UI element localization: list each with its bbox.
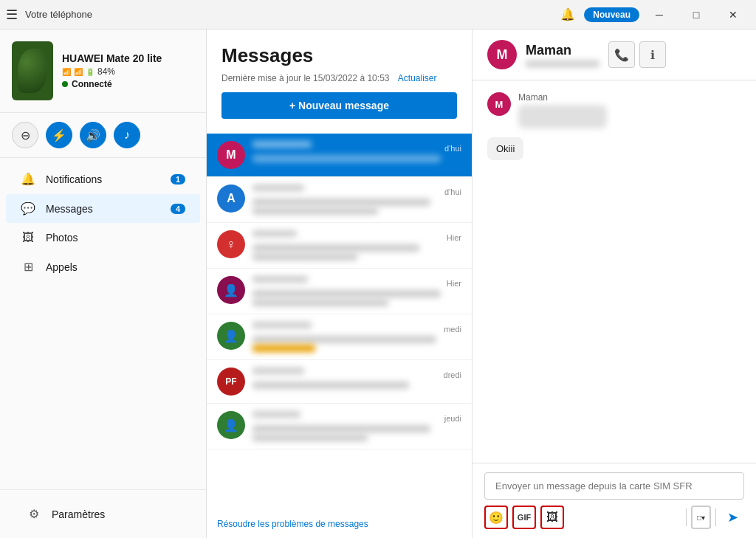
music-button[interactable]: ♪: [114, 122, 140, 148]
conv-name-blurred: [252, 368, 304, 374]
conv-time: Hier: [447, 233, 461, 242]
conv-name-blurred: [252, 141, 312, 148]
titlebar-right: 🔔 Nouveau ─ □ ✕: [560, 3, 750, 27]
conversation-item[interactable]: 👤 medi: [207, 314, 472, 360]
battery-level: 84%: [97, 66, 115, 77]
conv-name-blurred: [252, 276, 308, 283]
send-button[interactable]: ➤: [721, 506, 744, 529]
avatar: PF: [217, 368, 245, 396]
messages-header: Messages Dernière mise à jour le 15/03/2…: [207, 30, 472, 134]
volume-button[interactable]: 🔊: [80, 122, 106, 148]
app-title: Votre téléphone: [25, 9, 92, 20]
device-status-row: 📶 📶 🔋 84%: [62, 66, 162, 77]
conv-preview-blurred2: [252, 434, 368, 441]
minimize-button[interactable]: ─: [642, 3, 676, 27]
conversation-item[interactable]: ♀ Hier: [207, 223, 472, 269]
emoji-button[interactable]: 🙂: [484, 506, 508, 529]
image-button[interactable]: 🖼: [540, 506, 564, 529]
device-info: HUAWEI Mate 20 lite 📶 📶 🔋 84% Connecté: [62, 52, 162, 89]
bell-icon[interactable]: 🔔: [560, 7, 575, 21]
conversation-item[interactable]: 👤 jeudi: [207, 404, 472, 449]
messages-panel: Messages Dernière mise à jour le 15/03/2…: [207, 30, 472, 538]
toolbar-divider: [686, 508, 687, 526]
bluetooth-button[interactable]: ⚡: [46, 122, 72, 148]
conv-preview-blurred: [252, 244, 419, 252]
avatar: 👤: [217, 322, 245, 350]
conv-name-blurred: [252, 322, 312, 328]
chat-contact-name: Maman: [526, 43, 599, 58]
toolbar-divider2: [715, 508, 716, 526]
do-not-disturb-button[interactable]: ⊖: [12, 122, 38, 148]
sim-select-button[interactable]: □▾: [691, 506, 711, 529]
resolve-link[interactable]: Résoudre les problèmes de messages: [207, 510, 472, 538]
conv-header: dredi: [252, 368, 461, 379]
conversation-item[interactable]: A d'hui: [207, 177, 472, 223]
conv-preview-blurred: [252, 199, 430, 206]
app-body: HUAWEI Mate 20 lite 📶 📶 🔋 84% Connecté ⊖…: [0, 30, 756, 538]
messages-icon: 💬: [21, 201, 35, 215]
conv-name-blurred: [252, 411, 300, 418]
conv-content: dredi: [252, 368, 461, 389]
appels-label: Appels: [46, 261, 78, 273]
conversation-item[interactable]: 👤 Hier: [207, 269, 472, 314]
conv-preview-blurred2: [252, 253, 357, 261]
conv-preview-blurred: [252, 425, 430, 432]
menu-icon[interactable]: ☰: [6, 7, 18, 23]
conv-preview-blurred: [252, 382, 409, 389]
sidebar: HUAWEI Mate 20 lite 📶 📶 🔋 84% Connecté ⊖…: [0, 30, 207, 538]
messages-subtitle: Dernière mise à jour le 15/03/2022 à 10:…: [221, 73, 457, 83]
chat-messages: M Maman Okiii: [472, 80, 756, 463]
notifications-badge: 1: [171, 174, 185, 184]
sidebar-item-notifications[interactable]: 🔔 Notifications 1: [6, 165, 200, 193]
chat-panel: M Maman 📞 ℹ M Maman Okiii: [472, 30, 756, 538]
msg-content: Maman: [518, 92, 607, 128]
nouveau-button[interactable]: Nouveau: [584, 7, 639, 22]
conversation-item[interactable]: M d'hui: [207, 134, 472, 177]
conv-content: medi: [252, 322, 461, 352]
conv-content: d'hui: [252, 184, 461, 215]
conversation-item[interactable]: PF dredi: [207, 360, 472, 404]
messages-badge: 4: [171, 204, 185, 214]
conv-time: medi: [444, 325, 461, 334]
gif-button[interactable]: GIF: [512, 506, 536, 529]
msg-bubble: Okiii: [487, 137, 523, 160]
connected-row: Connecté: [62, 79, 162, 89]
device-name: HUAWEI Mate 20 lite: [62, 52, 162, 64]
refresh-link[interactable]: Actualiser: [398, 73, 437, 83]
battery-icon: 🔋: [86, 68, 94, 76]
conv-content: d'hui: [252, 141, 461, 162]
restore-button[interactable]: □: [679, 3, 713, 27]
device-panel: HUAWEI Mate 20 lite 📶 📶 🔋 84% Connecté: [0, 30, 206, 113]
sidebar-item-messages[interactable]: 💬 Messages 4: [6, 194, 200, 223]
sidebar-item-photos[interactable]: 🖼 Photos: [6, 224, 200, 252]
device-thumbnail: [12, 41, 53, 100]
conv-time: Hier: [447, 279, 461, 288]
avatar: ♀: [217, 230, 245, 258]
new-message-button[interactable]: + Nouveau message: [221, 92, 457, 119]
connected-label: Connecté: [72, 79, 112, 89]
notifications-label: Notifications: [46, 173, 102, 185]
sidebar-item-appels[interactable]: ⊞ Appels: [6, 252, 200, 281]
device-image: [18, 49, 47, 93]
conv-time: d'hui: [444, 144, 461, 153]
close-button[interactable]: ✕: [716, 3, 750, 27]
avatar: M: [217, 141, 245, 169]
sidebar-item-settings[interactable]: ⚙ Paramètres: [12, 500, 194, 528]
conv-preview-blurred: [252, 155, 441, 162]
messages-title: Messages: [221, 44, 457, 67]
conversation-list: M d'hui A d'hui: [207, 134, 472, 510]
avatar: 👤: [217, 276, 245, 304]
info-button[interactable]: ℹ: [639, 41, 666, 68]
chat-header: M Maman 📞 ℹ: [472, 30, 756, 80]
conv-time: dredi: [444, 370, 461, 379]
conv-header: Hier: [252, 230, 461, 242]
conv-content: jeudi: [252, 411, 461, 441]
call-button[interactable]: 📞: [608, 41, 635, 68]
message-group: M Maman: [487, 92, 741, 128]
photos-label: Photos: [46, 232, 78, 244]
titlebar-left: ☰ Votre téléphone: [6, 7, 92, 23]
conv-header: medi: [252, 322, 461, 334]
avatar: A: [217, 184, 245, 213]
message-input[interactable]: [484, 472, 744, 500]
chat-toolbar: 🙂 GIF 🖼 □▾ ➤: [484, 506, 744, 529]
